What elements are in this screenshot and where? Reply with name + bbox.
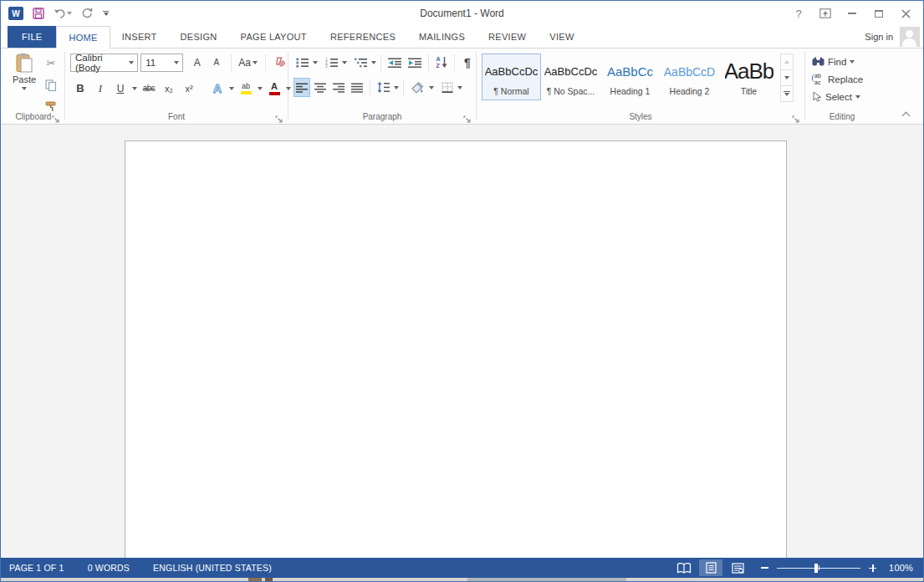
- underline-button[interactable]: U: [112, 79, 129, 98]
- font-size-dropdown[interactable]: [174, 61, 179, 64]
- decrease-indent-button[interactable]: [385, 53, 404, 72]
- zoom-slider-handle[interactable]: [814, 564, 818, 573]
- zoom-out-button[interactable]: [761, 567, 768, 569]
- styles-scroll-up-button[interactable]: [781, 54, 793, 70]
- paragraph-dialog-launcher[interactable]: [463, 112, 472, 121]
- multilevel-list-dropdown[interactable]: [371, 61, 376, 64]
- borders-dropdown[interactable]: [457, 86, 462, 89]
- styles-more-button[interactable]: [781, 86, 793, 101]
- zoom-in-button[interactable]: [869, 564, 876, 572]
- clipboard-dialog-launcher[interactable]: [52, 112, 61, 121]
- align-right-button[interactable]: [330, 78, 347, 97]
- numbering-button[interactable]: 1 2 3: [323, 53, 340, 72]
- font-name-combobox[interactable]: Calibri (Body: [70, 54, 138, 72]
- strikethrough-button[interactable]: abc: [140, 79, 157, 98]
- style-heading-1[interactable]: AaBbCc Heading 1: [600, 54, 660, 100]
- highlight-button[interactable]: ab: [237, 79, 254, 98]
- find-dropdown[interactable]: [850, 60, 855, 64]
- cut-button[interactable]: ✂: [43, 54, 59, 73]
- underline-dropdown[interactable]: [132, 87, 137, 90]
- clear-formatting-button[interactable]: [271, 53, 288, 72]
- sort-button[interactable]: AZ: [433, 53, 450, 72]
- superscript-button[interactable]: x²: [181, 79, 197, 98]
- ribbon-display-options-button[interactable]: [814, 5, 836, 22]
- tab-mailings[interactable]: MAILINGS: [407, 26, 477, 48]
- text-effects-dropdown[interactable]: [229, 87, 234, 90]
- tab-view[interactable]: VIEW: [538, 26, 585, 48]
- save-button[interactable]: [33, 8, 44, 19]
- page-indicator[interactable]: PAGE 1 OF 1: [1, 563, 76, 573]
- tab-file[interactable]: FILE: [8, 26, 56, 48]
- word-count[interactable]: 0 WORDS: [76, 563, 141, 573]
- styles-scroll-down-button[interactable]: [781, 70, 793, 86]
- justify-button[interactable]: [349, 78, 365, 97]
- language-indicator[interactable]: ENGLISH (UNITED STATES): [141, 563, 283, 573]
- tab-references[interactable]: REFERENCES: [319, 26, 407, 48]
- title-bar: W: [1, 1, 923, 26]
- grow-font-button[interactable]: A: [190, 53, 207, 72]
- tab-design[interactable]: DESIGN: [169, 26, 229, 48]
- text-effects-button[interactable]: A: [209, 79, 226, 98]
- zoom-percentage[interactable]: 100%: [883, 563, 913, 573]
- line-spacing-button[interactable]: [375, 78, 392, 97]
- select-button[interactable]: Select: [812, 88, 879, 105]
- font-name-dropdown[interactable]: [129, 61, 134, 64]
- minimize-button[interactable]: [841, 5, 863, 22]
- borders-button[interactable]: [439, 78, 456, 97]
- web-layout-button[interactable]: [726, 559, 749, 576]
- align-center-button[interactable]: [312, 78, 329, 97]
- font-dialog-launcher[interactable]: [275, 112, 284, 121]
- show-hide-formatting-button[interactable]: ¶: [459, 53, 476, 72]
- font-color-button[interactable]: A: [266, 79, 283, 98]
- change-case-button[interactable]: Aa: [237, 53, 260, 72]
- shading-dropdown[interactable]: [429, 86, 434, 89]
- select-dropdown[interactable]: [855, 95, 860, 99]
- shrink-font-button[interactable]: A: [209, 53, 226, 72]
- tab-insert[interactable]: INSERT: [110, 26, 169, 48]
- find-button[interactable]: Find: [812, 53, 879, 70]
- line-spacing-dropdown[interactable]: [394, 86, 399, 89]
- styles-dialog-launcher[interactable]: [792, 112, 801, 121]
- replace-button[interactable]: ab ac Replace: [812, 70, 879, 88]
- align-left-button[interactable]: [294, 78, 310, 97]
- document-page[interactable]: [125, 140, 787, 558]
- tab-review[interactable]: REVIEW: [477, 26, 538, 48]
- italic-button[interactable]: I: [92, 79, 109, 98]
- bullets-dropdown[interactable]: [313, 61, 318, 64]
- undo-dropdown[interactable]: [67, 12, 72, 15]
- find-binoculars-icon: [812, 57, 824, 66]
- style-heading-2[interactable]: AaBbCcD Heading 2: [660, 54, 719, 100]
- change-case-dropdown[interactable]: [253, 61, 258, 64]
- read-mode-button[interactable]: [672, 559, 696, 576]
- select-pointer-icon: [812, 91, 822, 102]
- help-button[interactable]: ?: [788, 5, 809, 22]
- tab-home[interactable]: HOME: [56, 26, 110, 48]
- tab-page-layout[interactable]: PAGE LAYOUT: [229, 26, 319, 48]
- collapse-ribbon-button[interactable]: [903, 110, 910, 117]
- subscript-button[interactable]: x₂: [161, 79, 177, 98]
- zoom-slider[interactable]: [777, 562, 860, 574]
- style-normal[interactable]: AaBbCcDc ¶ Normal: [482, 54, 541, 100]
- customize-quick-access-button[interactable]: [103, 11, 109, 17]
- bullets-button[interactable]: [294, 53, 311, 72]
- copy-button[interactable]: [43, 75, 59, 94]
- redo-button[interactable]: [81, 8, 94, 19]
- paste-button[interactable]: Paste: [8, 53, 40, 90]
- close-button[interactable]: [895, 5, 916, 22]
- undo-button[interactable]: [54, 8, 72, 19]
- user-avatar[interactable]: [900, 27, 920, 47]
- sign-in-link[interactable]: Sign in: [865, 32, 893, 42]
- style-no-spacing[interactable]: AaBbCcDc ¶ No Spac...: [541, 54, 600, 100]
- paste-dropdown[interactable]: [22, 87, 27, 90]
- style-title[interactable]: AaBb Title: [719, 54, 779, 100]
- maximize-button[interactable]: [868, 5, 890, 22]
- word-app-icon[interactable]: W: [8, 7, 23, 20]
- multilevel-list-button[interactable]: [352, 53, 370, 72]
- increase-indent-button[interactable]: [406, 53, 424, 72]
- bold-button[interactable]: B: [72, 79, 89, 98]
- numbering-dropdown[interactable]: [342, 61, 347, 64]
- font-size-combobox[interactable]: 11: [140, 54, 182, 72]
- shading-button[interactable]: [408, 78, 427, 97]
- highlight-dropdown[interactable]: [258, 87, 263, 90]
- print-layout-button[interactable]: [699, 559, 722, 576]
